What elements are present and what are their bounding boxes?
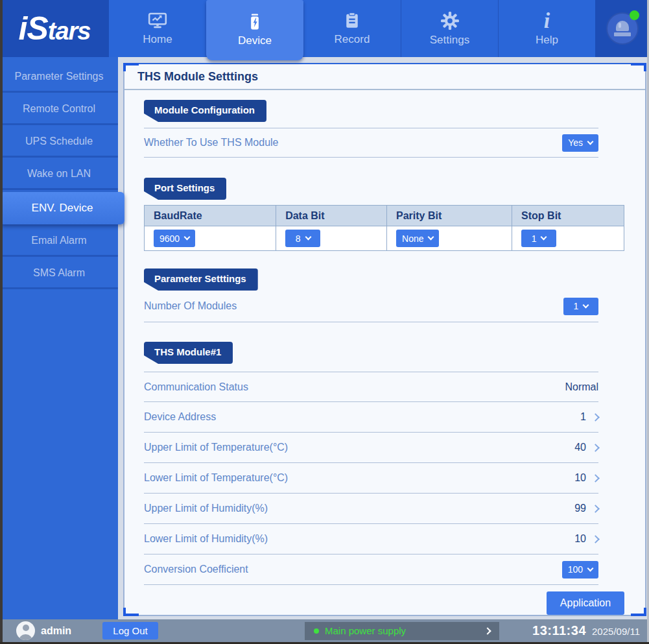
tab-settings[interactable]: Settings	[401, 0, 498, 57]
sidebar-item-sms-alarm[interactable]: SMS Alarm	[0, 259, 118, 289]
sidebar-item-email-alarm[interactable]: Email Alarm	[0, 226, 118, 257]
time-display: 13:11:34	[532, 623, 586, 638]
power-status-box[interactable]: Main power supply	[305, 622, 499, 640]
row-value: 99	[574, 503, 586, 514]
row-value: 10	[574, 533, 586, 545]
logout-button[interactable]: Log Out	[102, 622, 158, 639]
nav-right-zone	[595, 0, 649, 57]
row-value: Normal	[565, 381, 598, 393]
sidebar-item-ups-schedule[interactable]: UPS Schedule	[0, 127, 118, 158]
row-label: Number Of Modules	[144, 300, 237, 312]
chevron-right-icon	[484, 627, 491, 634]
panel-corner-bottom-right	[631, 608, 646, 616]
row-label: Lower Limit of Temperature(°C)	[144, 472, 288, 484]
monitor-chart-icon	[147, 12, 168, 30]
col-baudrate: BaudRate	[145, 206, 276, 226]
section-badge-parameter-settings: Parameter Setttings	[144, 268, 258, 291]
row-value: 40	[574, 442, 586, 453]
sidebar-item-env-device[interactable]: ENV. Device	[0, 192, 124, 224]
row-upper-limit-temperature[interactable]: Upper Limit of Temperature(°C) 40	[144, 433, 598, 463]
table-row: 9600 8	[145, 226, 624, 251]
row-label: Lower Limit of Humidity(%)	[144, 533, 268, 545]
application-button[interactable]: Application	[547, 591, 624, 615]
footer-bar: admin Log Out Main power supply 13:11:34…	[0, 619, 649, 642]
col-stop-bit: Stop Bit	[512, 206, 624, 226]
section-port-settings: Port Settings BaudRate Data Bit Parity B…	[144, 178, 626, 251]
row-label: Whether To Use THS Module	[144, 137, 279, 149]
row-label: Upper Limit of Temperature(°C)	[144, 442, 288, 453]
section-badge-module-configuration: Module Configuration	[144, 100, 266, 122]
sidebar-item-remote-control[interactable]: Remote Control	[0, 95, 118, 125]
siren-base	[614, 32, 631, 36]
chevron-down-icon	[541, 234, 547, 241]
clipboard-icon	[343, 12, 361, 30]
chevron-down-icon	[583, 302, 589, 308]
info-italic-icon: i	[544, 11, 550, 30]
panel-corner-bottom-left	[123, 608, 139, 616]
row-label: Upper Limit of Humidity(%)	[144, 503, 268, 514]
panel-content: Module Configuration Whether To Use THS …	[124, 100, 645, 615]
row-lower-limit-temperature[interactable]: Lower Limit of Temperature(°C) 10	[144, 463, 598, 494]
gear-icon	[440, 11, 460, 30]
chevron-right-icon	[591, 444, 600, 452]
istars-logo: iStars	[19, 12, 91, 45]
chevron-right-icon	[591, 474, 600, 483]
chevron-right-icon	[591, 413, 600, 422]
row-upper-limit-humidity[interactable]: Upper Limit of Humidity(%) 99	[144, 494, 598, 524]
tab-home[interactable]: Home	[109, 0, 206, 57]
logo-zone: iStars	[0, 0, 109, 57]
parity-bit-select[interactable]: None	[396, 230, 439, 247]
data-bit-select[interactable]: 8	[285, 230, 320, 247]
row-value: 10	[574, 472, 586, 484]
ups-bolt-icon	[245, 13, 265, 31]
chevron-down-icon	[428, 234, 434, 241]
col-parity-bit: Parity Bit	[387, 206, 512, 226]
window-edge-left	[0, 0, 3, 644]
row-conversion-coefficient: Conversion Coefficient 100	[144, 555, 598, 585]
sidebar-item-wake-on-lan[interactable]: Wake on LAN	[0, 160, 118, 190]
chevron-right-icon	[591, 535, 600, 543]
row-whether-ths: Whether To Use THS Module Yes	[144, 128, 598, 158]
baudrate-select[interactable]: 9600	[154, 230, 195, 247]
siren-highlight	[619, 23, 621, 28]
col-data-bit: Data Bit	[276, 206, 387, 226]
top-navigation-bar: iStars Home Device	[0, 0, 649, 57]
power-status-dot	[314, 628, 319, 634]
chevron-down-icon	[587, 138, 594, 145]
siren-icon	[616, 21, 629, 31]
chevron-down-icon	[184, 234, 191, 241]
row-device-address[interactable]: Device Address 1	[144, 402, 598, 433]
conversion-coefficient-select[interactable]: 100	[562, 561, 598, 578]
row-value: 1	[580, 411, 586, 423]
number-of-modules-select[interactable]: 1	[563, 298, 598, 315]
sidebar-item-parameter-settings[interactable]: Parameter Settings	[0, 62, 118, 93]
row-communication-status: Communication Status Normal	[144, 372, 598, 402]
date-display: 2025/09/11	[592, 626, 640, 637]
row-number-of-modules: Number Of Modules 1	[144, 291, 598, 322]
row-label: Conversion Coefficient	[144, 564, 248, 575]
body-row: Parameter Settings Remote Control UPS Sc…	[0, 57, 649, 619]
section-badge-ths-module-1: THS Module#1	[144, 342, 233, 364]
section-ths-module-1: THS Module#1 Communication Status Normal…	[144, 342, 626, 615]
row-label: Device Address	[144, 411, 216, 423]
chevron-right-icon	[591, 505, 600, 513]
section-badge-port-settings: Port Settings	[144, 178, 226, 200]
whether-ths-select[interactable]: Yes	[562, 134, 598, 152]
ths-rows: Communication Status Normal Device Addre…	[144, 372, 626, 585]
username: admin	[41, 625, 71, 637]
clock: 13:11:34 2025/09/11	[532, 623, 640, 638]
row-lower-limit-humidity[interactable]: Lower Limit of Humidity(%) 10	[144, 524, 598, 555]
tab-device[interactable]: Device	[206, 0, 303, 60]
settings-panel: THS Module Setttings Module Configuratio…	[123, 63, 646, 616]
table-header-row: BaudRate Data Bit Parity Bit Stop Bit	[145, 206, 624, 226]
tab-record[interactable]: Record	[303, 0, 401, 57]
tab-help[interactable]: i Help	[498, 0, 595, 57]
app-window: iStars Home Device	[0, 0, 649, 644]
sidebar: Parameter Settings Remote Control UPS Sc…	[0, 57, 118, 619]
power-status-label: Main power supply	[325, 625, 485, 636]
chevron-down-icon	[587, 565, 594, 571]
nav-tabs: Home Device Record	[109, 0, 595, 57]
section-module-configuration: Module Configuration Whether To Use THS …	[144, 100, 626, 158]
alarm-button[interactable]	[606, 12, 639, 45]
stop-bit-select[interactable]: 1	[521, 230, 556, 247]
